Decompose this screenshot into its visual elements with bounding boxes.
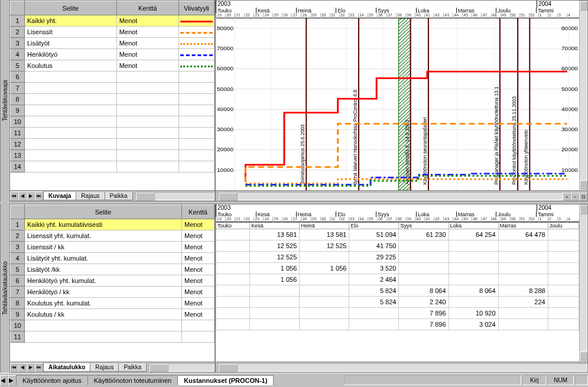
table-row[interactable]: 13: [11, 150, 215, 161]
tab-paikka[interactable]: Paikka: [105, 192, 133, 200]
table-row[interactable]: 12 52529 225: [216, 252, 579, 263]
tab-rajaus[interactable]: Rajaus: [90, 363, 119, 372]
col-header[interactable]: Kenttä: [116, 1, 178, 15]
svg-text:40000: 40000: [217, 106, 234, 112]
svg-text:80000: 80000: [217, 25, 234, 31]
col-header[interactable]: Selite: [25, 205, 182, 219]
main-tab-ajoitus[interactable]: Käyttöönnton ajoitus: [16, 375, 88, 385]
svg-text:50000: 50000: [561, 86, 579, 92]
table-row[interactable]: 7: [11, 83, 215, 94]
table-row[interactable]: 2Lisenssit yht. kumulat.Menot: [11, 230, 215, 242]
table-row[interactable]: 4Lisätyöt yht. kumulat.Menot: [11, 253, 215, 264]
tab-nav-last-icon[interactable]: ⏭: [35, 363, 43, 372]
vscroll[interactable]: [579, 204, 587, 362]
data-hscroll[interactable]: [218, 363, 587, 372]
zoom-in-icon[interactable]: +: [563, 193, 571, 201]
svg-text:70000: 70000: [561, 45, 579, 51]
table-row[interactable]: 7 89610 920: [216, 308, 579, 319]
status-num: NUM: [547, 375, 574, 385]
tab-kuvaaja[interactable]: Kuvaaja: [43, 192, 76, 200]
tab-nav-next-icon[interactable]: ▶: [27, 191, 35, 201]
table-row[interactable]: 7 8963 024: [216, 319, 579, 330]
timeline-header: 20032004ToukoKesäHeinäEloSyysLokaMarrasJ…: [216, 1, 579, 18]
table-row[interactable]: 1 0562 464: [216, 274, 579, 285]
table-row[interactable]: 13 58113 58151 09461 23064 25464 478: [216, 229, 579, 240]
table-row[interactable]: 1 0561 0563 520: [216, 263, 579, 274]
table-row[interactable]: 1Kaikki yht. kumulatiivisestiMenot: [11, 219, 215, 230]
svg-text:60000: 60000: [217, 66, 234, 72]
status-blank2: [575, 375, 588, 385]
table-row[interactable]: 6: [11, 71, 215, 83]
svg-text:80000: 80000: [561, 25, 579, 31]
table-row[interactable]: 4HenkilötyöMenot: [11, 49, 215, 60]
hscroll[interactable]: [149, 363, 215, 372]
tab-aikataulukko[interactable]: Aikataulukko: [43, 363, 90, 372]
table-row[interactable]: 9: [11, 105, 215, 116]
kumul-grid[interactable]: SeliteKenttä1Kaikki yht. kumulatiivisest…: [10, 204, 215, 362]
svg-text:50000: 50000: [217, 86, 234, 92]
tab-nav-prev-icon[interactable]: ◀: [18, 363, 27, 372]
top-vertical-label: Tehtäväkuvaaja: [0, 0, 9, 201]
main-tab-kustannukset[interactable]: Kustannukset (PROCON-1): [177, 375, 274, 385]
main-tab-prev-icon[interactable]: ◀: [0, 375, 8, 386]
hscroll[interactable]: [135, 192, 215, 200]
table-row[interactable]: 6Henkilötyö yht. kumulat.Menot: [11, 275, 215, 287]
tab-nav-first-icon[interactable]: ⏮: [10, 191, 18, 201]
table-row[interactable]: 8Koulutus yht. kumulat.Menot: [11, 298, 215, 309]
table-row[interactable]: 12: [11, 139, 215, 150]
table-row[interactable]: 14: [11, 161, 215, 173]
col-header[interactable]: Kenttä: [182, 205, 215, 219]
tab-nav-first-icon[interactable]: ⏮: [10, 363, 18, 372]
status-kirj: Kirj: [522, 375, 546, 385]
svg-text:10000: 10000: [217, 167, 234, 173]
svg-text:20000: 20000: [561, 147, 579, 153]
bottom-vertical-label: Tehtäväaikataulukko: [0, 204, 9, 373]
table-row[interactable]: 11: [11, 128, 215, 139]
svg-text:ProManager ja PlaNet käyttööno: ProManager ja PlaNet käyttöönotettuna 13…: [493, 86, 499, 185]
svg-text:10000: 10000: [561, 167, 579, 173]
chart-hscroll[interactable]: [218, 192, 587, 200]
tab-nav-prev-icon[interactable]: ◀: [18, 191, 27, 201]
table-row[interactable]: 5 8242 240224: [216, 297, 579, 308]
tab-paikka[interactable]: Paikka: [118, 363, 147, 372]
svg-text:30000: 30000: [561, 126, 579, 132]
svg-text:70000: 70000: [217, 45, 234, 51]
table-row[interactable]: 12 52512 52541 750: [216, 240, 579, 252]
main-tab-toteutuminen[interactable]: Käyttöönoton toteutuminen: [87, 375, 178, 385]
zoom-fit-icon[interactable]: ⊡: [579, 193, 587, 201]
vscroll[interactable]: [579, 1, 587, 190]
cost-chart[interactable]: 1000010000200002000030000300004000040000…: [216, 18, 579, 190]
bottom-left-tabstrip[interactable]: ⏮ ◀ ▶ ⏭ Aikataulukko Rajaus Paikka: [10, 362, 215, 372]
svg-text:30000: 30000: [217, 126, 234, 132]
svg-text:20000: 20000: [217, 147, 234, 153]
timeline-header-bottom: 20032004ToukoKesäHeinäEloSyysLokaMarrasJ…: [216, 204, 579, 222]
zoom-out-icon[interactable]: −: [571, 193, 579, 201]
table-row[interactable]: 10: [11, 320, 215, 331]
top-left-tabstrip[interactable]: ⏮ ◀ ▶ ⏭ Kuvaaja Rajaus Paikka: [10, 190, 215, 201]
svg-text:Aatosen lomalla 8.-14.9.2003: Aatosen lomalla 8.-14.9.2003: [404, 120, 410, 185]
tab-nav-next-icon[interactable]: ▶: [27, 363, 35, 372]
status-blank: [344, 375, 521, 385]
table-row[interactable]: 5 8248 0648 0648 288: [216, 285, 579, 297]
col-header[interactable]: Viivatyyli: [179, 1, 215, 15]
main-tab-next-icon[interactable]: ▶: [8, 375, 17, 386]
table-row[interactable]: 5KoulutusMenot: [11, 60, 215, 71]
tab-rajaus[interactable]: Rajaus: [76, 192, 105, 200]
table-row[interactable]: 1Kaikki yht.Menot: [11, 15, 215, 27]
table-row[interactable]: 3LisätyötMenot: [11, 38, 215, 49]
col-header[interactable]: Selite: [25, 1, 117, 15]
table-row[interactable]: 8: [11, 94, 215, 105]
table-row[interactable]: 7Henkilötyö / kkMenot: [11, 287, 215, 298]
svg-text:Jyrnä lakeveri Hansokohtaa Pro: Jyrnä lakeveri Hansokohtaa ProControl 6.…: [352, 90, 358, 185]
svg-text:ProControl käyttöönotettuna 25: ProControl käyttöönotettuna 25.11.2003: [511, 96, 517, 185]
table-row[interactable]: 11: [11, 331, 215, 343]
table-row[interactable]: 2LisenssitMenot: [11, 27, 215, 38]
table-row[interactable]: 9Koulutus / kkMenot: [11, 309, 215, 320]
legend-grid[interactable]: SeliteKenttäViivatyyli1Kaikki yht.Menot2…: [10, 1, 215, 190]
table-row[interactable]: 10: [11, 116, 215, 128]
cost-data-table[interactable]: ToukoKesäHeinäEloSyysLokaMarrasJoulu13 5…: [216, 222, 579, 362]
table-row[interactable]: 5Lisätyöt /kkMenot: [11, 264, 215, 275]
svg-text:Toimitussopimus 25.6.2003: Toimitussopimus 25.6.2003: [300, 124, 306, 184]
tab-nav-last-icon[interactable]: ⏭: [35, 191, 43, 201]
table-row[interactable]: 3Lisenssit / kkMenot: [11, 242, 215, 253]
